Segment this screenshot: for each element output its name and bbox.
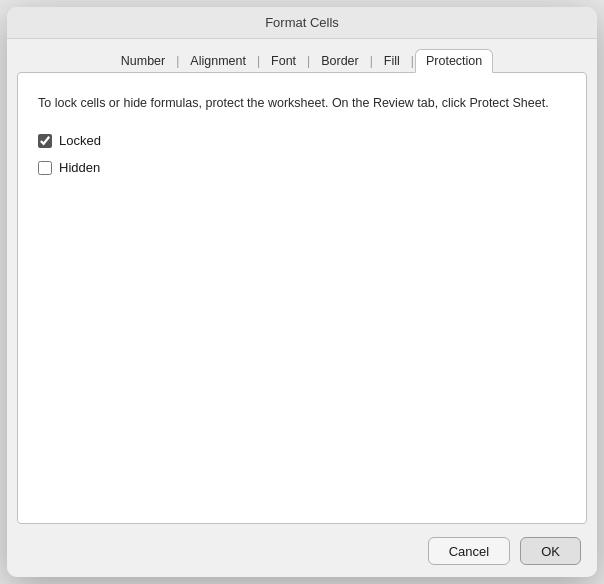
tab-border[interactable]: Border (311, 50, 369, 72)
tab-number-label: Number (121, 54, 165, 68)
tab-fill[interactable]: Fill (374, 50, 410, 72)
cancel-button[interactable]: Cancel (428, 537, 510, 565)
tab-border-label: Border (321, 54, 359, 68)
content-area: To lock cells or hide formulas, protect … (17, 72, 587, 524)
locked-row: Locked (38, 133, 566, 148)
format-cells-dialog: Format Cells Number | Alignment | Font |… (7, 7, 597, 577)
tab-number[interactable]: Number (111, 50, 175, 72)
protection-description: To lock cells or hide formulas, protect … (38, 93, 566, 113)
tab-alignment-label: Alignment (190, 54, 246, 68)
tab-fill-label: Fill (384, 54, 400, 68)
tab-protection-label: Protection (426, 54, 482, 68)
title-bar: Format Cells (7, 7, 597, 39)
locked-checkbox[interactable] (38, 134, 52, 148)
tab-alignment[interactable]: Alignment (180, 50, 256, 72)
hidden-label[interactable]: Hidden (59, 160, 100, 175)
tab-protection[interactable]: Protection (415, 49, 493, 73)
dialog-title: Format Cells (265, 15, 339, 30)
hidden-row: Hidden (38, 160, 566, 175)
ok-button[interactable]: OK (520, 537, 581, 565)
tab-bar: Number | Alignment | Font | Border | Fil… (7, 39, 597, 73)
tab-font-label: Font (271, 54, 296, 68)
button-bar: Cancel OK (7, 525, 597, 577)
hidden-checkbox[interactable] (38, 161, 52, 175)
locked-label[interactable]: Locked (59, 133, 101, 148)
tab-font[interactable]: Font (261, 50, 306, 72)
